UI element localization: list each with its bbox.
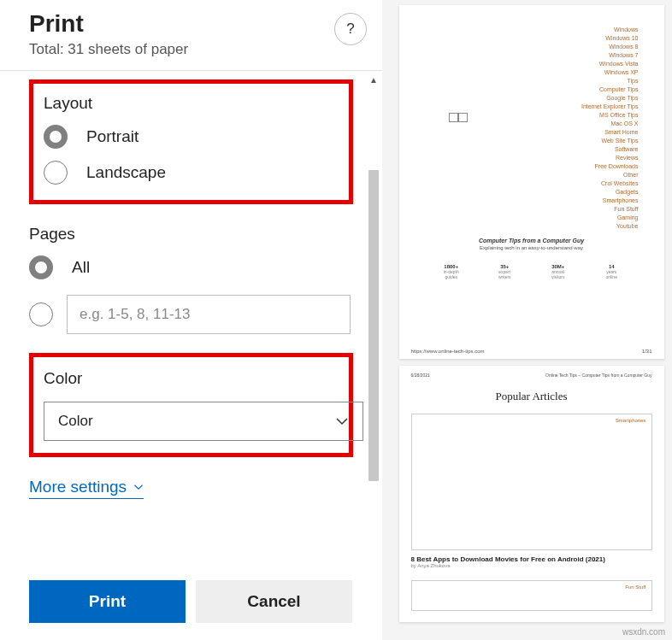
color-section-highlight: Color Color <box>29 353 353 457</box>
card-tag: Smartphones <box>616 418 646 423</box>
chevron-down-icon <box>335 414 349 428</box>
color-value: Color <box>58 413 93 430</box>
preview-page-2[interactable]: 6/28/2021 Online Tech Tips – Computer Ti… <box>399 366 664 622</box>
preview-url: https://www.online-tech-tips.com <box>411 349 485 354</box>
stats-row: 1800+in-depthguides35+expertwriters30M+a… <box>425 264 639 279</box>
pages-label: Pages <box>29 225 353 244</box>
header: Print Total: 31 sheets of paper ? <box>0 0 382 71</box>
pages-section: Pages All <box>29 225 353 334</box>
preview-pagenum: 1/31 <box>642 349 652 354</box>
print-preview: WindowsWindows 10Windows 8Windows 7Windo… <box>391 0 672 640</box>
radio-icon <box>29 302 53 326</box>
preview-doc-title: Online Tech Tips – Computer Tips from a … <box>545 373 651 378</box>
tagline-sub: Explaining tech in an easy-to-understand… <box>425 245 639 250</box>
watermark: wsxdn.com <box>622 627 665 637</box>
print-button[interactable]: Print <box>29 580 186 623</box>
scroll-up-icon[interactable]: ▲ <box>367 73 380 86</box>
pages-all-radio[interactable]: All <box>29 255 353 279</box>
sheet-count: Total: 31 sheets of paper <box>29 41 353 58</box>
article-author: by Anya Zhukova <box>411 563 652 568</box>
article-title: 8 Best Apps to Download Movies for Free … <box>411 555 652 563</box>
preview-page-1[interactable]: WindowsWindows 10Windows 8Windows 7Windo… <box>399 5 664 359</box>
cancel-button[interactable]: Cancel <box>196 580 352 623</box>
layout-portrait-radio[interactable]: Portrait <box>44 125 339 149</box>
article-card: Fun Stuff <box>411 580 652 611</box>
more-settings-label: More settings <box>29 478 127 496</box>
card-tag: Fun Stuff <box>625 584 645 590</box>
article-card: Smartphones <box>411 414 652 550</box>
panel-divider <box>382 0 391 640</box>
all-label: All <box>72 258 90 277</box>
scroll-thumb[interactable] <box>368 170 379 481</box>
chevron-down-icon <box>133 482 144 492</box>
footer: Print Cancel <box>0 567 382 640</box>
layout-section-highlight: Layout Portrait Landscape <box>29 79 353 204</box>
page-title: Print <box>29 10 353 38</box>
tagline: Computer Tips from a Computer Guy <box>425 238 639 244</box>
popular-articles-heading: Popular Articles <box>411 390 652 403</box>
radio-icon <box>29 255 53 279</box>
more-settings-link[interactable]: More settings <box>29 478 144 499</box>
preview-date: 6/28/2021 <box>411 373 430 378</box>
layout-landscape-radio[interactable]: Landscape <box>44 161 339 185</box>
link-list: WindowsWindows 10Windows 8Windows 7Windo… <box>425 26 639 231</box>
radio-icon <box>44 161 68 185</box>
help-icon: ? <box>346 21 354 38</box>
settings-scroll: ▲ Layout Portrait Landscape Pages All <box>0 71 382 567</box>
color-label: Color <box>44 369 339 388</box>
pages-range-radio[interactable] <box>29 295 353 334</box>
thumb-boxes <box>449 113 468 122</box>
page-range-input[interactable] <box>67 295 351 334</box>
scrollbar[interactable]: ▲ <box>367 71 380 567</box>
print-settings-panel: Print Total: 31 sheets of paper ? ▲ Layo… <box>0 0 382 640</box>
landscape-label: Landscape <box>86 163 166 182</box>
color-select[interactable]: Color <box>44 402 363 441</box>
portrait-label: Portrait <box>86 127 139 146</box>
radio-icon <box>44 125 68 149</box>
layout-label: Layout <box>44 94 339 113</box>
help-button[interactable]: ? <box>334 13 367 45</box>
